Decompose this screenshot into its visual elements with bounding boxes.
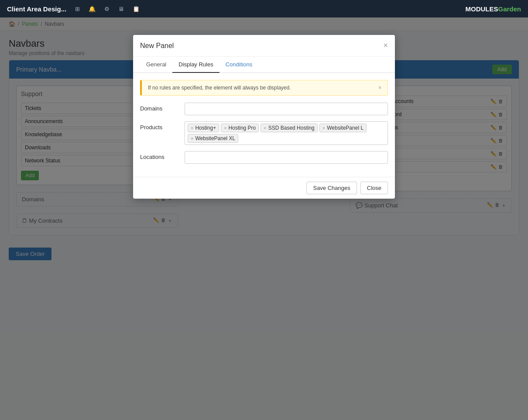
alert-close-icon[interactable]: ×: [378, 85, 381, 91]
tag-remove-icon[interactable]: ×: [224, 125, 226, 131]
locations-input[interactable]: [185, 151, 388, 164]
products-tags-wrapper: × Hosting+ × Hosting Pro × SSD Based Hos…: [185, 121, 388, 145]
page-background: 🏠 / Panels / Navbars Navbars Manage posi…: [0, 17, 528, 420]
tab-general[interactable]: General: [140, 57, 172, 73]
tag-label: WebsitePanel XL: [195, 135, 235, 141]
tag-hosting-plus: × Hosting+: [188, 124, 219, 132]
modal-title: New Panel: [140, 42, 174, 50]
tag-label: WebsitePanel L: [327, 125, 363, 131]
tag-remove-icon[interactable]: ×: [191, 125, 193, 131]
tag-hosting-pro: × Hosting Pro: [221, 124, 259, 132]
modal-alert: If no rules are specified, the element w…: [140, 80, 388, 96]
modules-garden-logo: MODULES Garden: [465, 5, 521, 13]
tag-label: Hosting Pro: [229, 125, 256, 131]
tag-label: SSD Based Hosting: [268, 125, 315, 131]
modal-body: If no rules are specified, the element w…: [133, 73, 395, 177]
nav-icon-2[interactable]: 🔔: [89, 6, 96, 12]
domains-input[interactable]: [185, 103, 388, 115]
nav-icon-4[interactable]: 🖥: [118, 6, 124, 12]
brand-title: Client Area Desig...: [7, 5, 66, 13]
alert-text: If no rules are specified, the element w…: [148, 85, 291, 91]
nav-icon-3[interactable]: ⚙: [104, 6, 110, 12]
modal-close-button[interactable]: ×: [383, 41, 388, 50]
nav-icon-1[interactable]: ⊞: [75, 6, 80, 12]
tag-remove-icon[interactable]: ×: [264, 125, 266, 131]
products-field-row: Products × Hosting+ × Hosting Pro: [140, 121, 388, 145]
tag-remove-icon[interactable]: ×: [322, 125, 325, 131]
modal-dialog: New Panel × General Display Rules Condit…: [133, 35, 395, 199]
nav-icon-5[interactable]: 📋: [133, 6, 140, 12]
modal-header: New Panel ×: [133, 35, 395, 57]
modal-footer: Save Changes Close: [133, 177, 395, 199]
domains-input-wrapper: [185, 103, 388, 115]
products-tags-container[interactable]: × Hosting+ × Hosting Pro × SSD Based Hos…: [185, 121, 388, 145]
tag-ssd-hosting: × SSD Based Hosting: [261, 124, 318, 132]
tag-label: Hosting+: [195, 125, 216, 131]
tag-remove-icon[interactable]: ×: [191, 136, 193, 141]
tab-display-rules[interactable]: Display Rules: [172, 57, 219, 73]
tag-websitepanel-l: × WebsitePanel L: [319, 124, 367, 132]
locations-field-row: Locations: [140, 151, 388, 164]
domains-field-label: Domains: [140, 103, 179, 112]
close-button[interactable]: Close: [360, 182, 388, 194]
domains-field-row: Domains: [140, 103, 388, 115]
modal-overlay: New Panel × General Display Rules Condit…: [0, 17, 528, 420]
locations-input-wrapper: [185, 151, 388, 164]
tag-websitepanel-xl: × WebsitePanel XL: [188, 134, 238, 143]
top-navbar-left: Client Area Desig... ⊞ 🔔 ⚙ 🖥 📋: [7, 5, 140, 13]
tab-conditions[interactable]: Conditions: [219, 57, 258, 73]
top-navbar: Client Area Desig... ⊞ 🔔 ⚙ 🖥 📋 MODULES G…: [0, 0, 528, 17]
modal-tabs: General Display Rules Conditions: [133, 57, 395, 73]
save-changes-button[interactable]: Save Changes: [306, 182, 357, 194]
logo-garden: Garden: [498, 5, 521, 13]
logo-modules: MODULES: [465, 5, 498, 13]
products-field-label: Products: [140, 121, 179, 131]
locations-field-label: Locations: [140, 151, 179, 160]
